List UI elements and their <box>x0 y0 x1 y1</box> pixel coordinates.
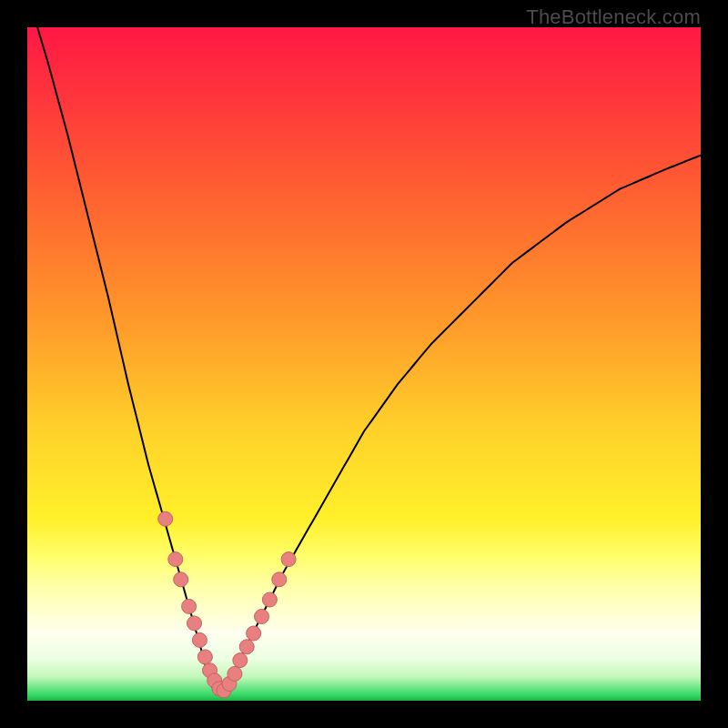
highlight-marker <box>262 592 277 607</box>
highlight-marker <box>197 650 212 664</box>
highlight-marker <box>255 610 269 624</box>
highlight-marker <box>272 572 287 587</box>
highlight-marker <box>233 653 248 668</box>
highlight-marker <box>174 572 188 587</box>
highlight-marker <box>182 599 197 613</box>
plot-area <box>27 27 701 701</box>
bottleneck-curve <box>27 27 701 694</box>
curve-layer <box>27 27 701 701</box>
attribution-text: TheBottleneck.com <box>526 5 701 29</box>
highlight-marker <box>239 640 254 654</box>
highlight-marker <box>228 666 242 681</box>
highlight-marker <box>158 511 173 526</box>
chart-frame: TheBottleneck.com <box>0 0 728 728</box>
highlight-marker <box>187 616 202 631</box>
highlight-marker <box>281 552 296 567</box>
highlight-marker <box>168 552 183 567</box>
highlight-markers <box>158 511 296 698</box>
highlight-marker <box>192 632 207 647</box>
highlight-marker <box>247 626 261 641</box>
